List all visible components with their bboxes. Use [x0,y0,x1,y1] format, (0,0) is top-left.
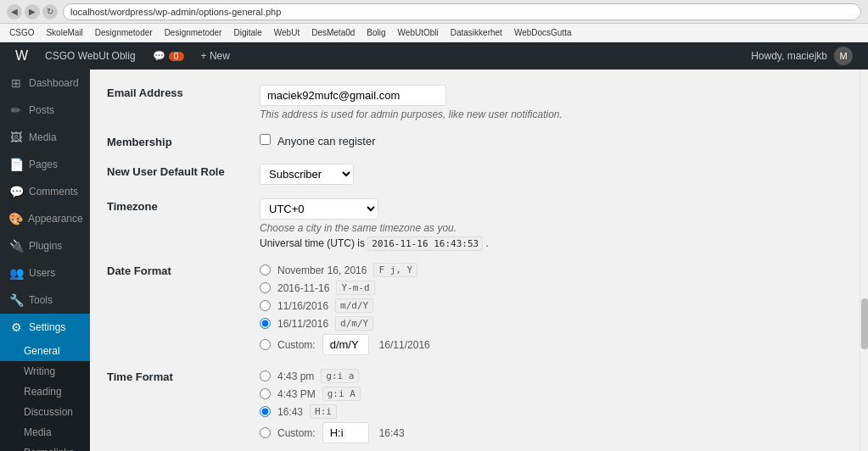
time-format-radio-3[interactable] [260,406,271,417]
new-user-role-select[interactable]: Subscriber Contributor Author Editor Adm… [260,164,354,185]
date-format-radio-4[interactable] [260,318,271,329]
bookmark-bolig[interactable]: Bolig [362,27,389,38]
sidebar-item-label: Plugins [29,240,62,252]
date-format-radio-custom[interactable] [260,339,271,350]
date-format-radio-3[interactable] [260,300,271,311]
submenu-discussion[interactable]: Discussion [0,402,90,422]
time-format-custom: Custom: 16:43 [260,422,843,443]
email-field[interactable] [260,85,446,106]
users-icon: 👥 [8,266,24,280]
submenu-media[interactable]: Media [0,422,90,443]
avatar-icon: M [834,47,853,65]
sidebar-item-tools[interactable]: 🔧 Tools [0,287,90,314]
date-format-radio-2[interactable] [260,282,271,293]
new-bar-item[interactable]: + New [193,42,238,70]
bookmark-skolemail[interactable]: SkoleMail [42,27,87,38]
dashboard-icon: ⊞ [8,76,24,90]
time-format-option-2: 4:43 PM g:i A [260,387,843,401]
membership-row: Membership Anyone can register [107,127,843,157]
sidebar-item-appearance[interactable]: 🎨 Appearance [0,205,90,232]
forward-button[interactable]: ▶ [25,4,40,19]
email-address-row: Email Address This address is used for a… [107,78,843,127]
bookmark-webut[interactable]: WebUt [270,27,304,38]
time-format-code-1: g:i a [321,369,359,383]
submenu-writing[interactable]: Writing [0,361,90,381]
sidebar-item-label: Media [29,131,57,143]
sidebar-item-posts[interactable]: ✏ Posts [0,97,90,124]
time-format-custom-input[interactable] [322,422,369,443]
date-format-cell: November 16, 2016 F j, Y 2016-11-16 Y-m-… [260,256,843,362]
posts-icon: ✏ [8,103,24,117]
bookmark-digitale[interactable]: Digitale [229,27,266,38]
scrollbar-track[interactable] [860,70,868,451]
site-name-label: CSGO WebUt Oblig [45,50,135,62]
bookmark-webdocs[interactable]: WebDocsGutta [510,27,576,38]
sidebar-item-plugins[interactable]: 🔌 Plugins [0,232,90,259]
new-user-role-cell: Subscriber Contributor Author Editor Adm… [260,157,843,192]
date-format-preview-2: 2016-11-16 [277,282,329,294]
url-bar[interactable] [63,3,861,20]
time-format-radio-2[interactable] [260,388,271,399]
reload-button[interactable]: ↻ [42,4,58,19]
wp-logo[interactable]: W [7,42,36,70]
settings-submenu: General Writing Reading Discussion Media… [0,341,90,451]
submenu-reading[interactable]: Reading [0,381,90,402]
time-format-code-3: H:i [310,404,337,419]
date-format-code-3: m/d/Y [335,298,373,313]
bookmark-csgo[interactable]: CSGO [5,27,38,38]
appearance-icon: 🎨 [8,212,23,226]
sidebar-item-label: Dashboard [29,77,79,89]
comments-bar-item[interactable]: 💬 0 [144,42,193,70]
sidebar-item-pages[interactable]: 📄 Pages [0,151,90,178]
submenu-general[interactable]: General [0,341,90,361]
sidebar-item-media[interactable]: 🖼 Media [0,124,90,151]
plugins-icon: 🔌 [8,239,24,253]
bookmark-data[interactable]: Datasikkerhet [446,27,507,38]
new-user-role-row: New User Default Role Subscriber Contrib… [107,157,843,192]
timezone-row: Timezone UTC+0 Choose a city in the same… [107,192,843,256]
wp-icon: W [15,48,28,64]
time-format-radio-custom[interactable] [260,427,271,438]
sidebar-item-label: Posts [29,104,54,116]
bookmark-desmetod[interactable]: DesMeta0d [307,27,359,38]
email-label: Email Address [107,78,260,127]
timezone-select[interactable]: UTC+0 [260,198,378,220]
sidebar-item-label: Users [29,267,55,279]
time-format-option-1: 4:43 pm g:i a [260,369,843,383]
email-description: This address is used for admin purposes,… [260,109,843,120]
time-format-radio-group: 4:43 pm g:i a 4:43 PM g:i A [260,369,843,443]
date-format-preview-4: 16/11/2016 [277,318,328,330]
bookmark-webutobli[interactable]: WebUtObli [394,27,443,38]
membership-checkbox-label[interactable]: Anyone can register [260,135,376,148]
utc-period: . [486,237,489,249]
date-format-code-1: F j, Y [373,263,417,277]
date-format-row: Date Format November 16, 2016 F j, Y [107,256,843,362]
date-format-code-4: d/m/Y [335,316,373,331]
bookmark-design1[interactable]: Designmetoder [91,27,157,38]
back-button[interactable]: ◀ [7,4,22,19]
date-format-preview-1: November 16, 2016 [277,264,367,276]
sidebar-item-comments[interactable]: 💬 Comments [0,178,90,205]
site-name-bar-item[interactable]: CSGO WebUt Oblig [36,42,143,70]
browser-bar: ◀ ▶ ↻ [0,0,868,24]
sidebar-item-settings[interactable]: ⚙ Settings [0,314,90,341]
scrollbar-thumb[interactable] [861,298,868,349]
bookmark-design2[interactable]: Designmetoder [160,27,227,38]
membership-checkbox-text: Anyone can register [277,135,376,148]
membership-checkbox[interactable] [260,134,271,145]
time-format-preview-1: 4:43 pm [277,370,314,382]
sidebar-item-users[interactable]: 👥 Users [0,259,90,287]
time-format-label: Time Format [107,362,260,450]
utc-code: 2016-11-16 16:43:53 [367,237,483,251]
time-format-preview-2: 4:43 PM [277,388,316,400]
time-format-radio-1[interactable] [260,370,271,381]
time-format-custom-preview: 16:43 [379,427,405,439]
bookmarks-bar: CSGO SkoleMail Designmetoder Designmetod… [0,24,868,42]
pages-icon: 📄 [8,158,24,171]
date-format-radio-1[interactable] [260,264,271,276]
howdy-bar-item[interactable]: Howdy, maciejkb M [742,42,861,70]
submenu-permalinks[interactable]: Permalinks [0,443,90,451]
sidebar-item-dashboard[interactable]: ⊞ Dashboard [0,70,90,97]
date-format-custom-input[interactable] [322,334,369,355]
timezone-cell: UTC+0 Choose a city in the same timezone… [260,192,843,256]
